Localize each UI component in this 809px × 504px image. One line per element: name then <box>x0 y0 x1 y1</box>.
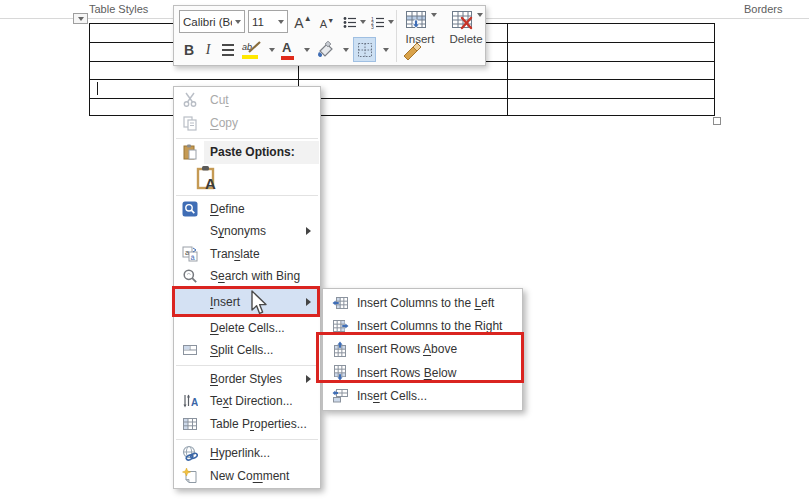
submenu-arrow-icon <box>306 298 311 306</box>
define-icon <box>181 200 199 218</box>
table-context-menu: Cut Copy Paste Options: A DefineSynonyms… <box>173 86 321 489</box>
format-painter-button[interactable] <box>399 38 425 62</box>
menu-separator <box>174 435 320 442</box>
context-menu-item-translate[interactable]: a â Translate <box>174 243 320 266</box>
insert-submenu: Insert Columns to the Left Insert Column… <box>322 288 523 411</box>
submenu-item-insert-cells[interactable]: Insert Cells... <box>323 385 522 408</box>
insert-columns-right-icon <box>331 317 349 335</box>
shading-button[interactable] <box>314 38 338 62</box>
text-direction-icon: A <box>181 392 199 410</box>
font-color-dropdown[interactable] <box>299 39 311 61</box>
menu-label-paste-options: Paste Options: <box>174 141 320 164</box>
numbering-button[interactable]: 123 <box>368 11 396 33</box>
font-color-button[interactable]: A <box>278 39 298 61</box>
context-menu-item-text-direction[interactable]: AText Direction... <box>174 390 320 413</box>
numbered-list-icon: 123 <box>371 16 385 29</box>
borders-icon <box>357 42 373 58</box>
ribbon-group-table-styles: Table Styles <box>89 3 148 15</box>
format-painter-icon <box>401 40 423 60</box>
paste-text-only-icon: A <box>196 165 220 194</box>
submenu-item-insert-columns-to-the-left[interactable]: Insert Columns to the Left <box>323 291 522 314</box>
highlight-icon: ab <box>242 41 260 59</box>
mouse-cursor-icon <box>250 290 268 316</box>
highlight-dropdown[interactable] <box>264 39 276 61</box>
grow-font-icon: A▲ <box>294 14 311 31</box>
insert-cells-icon <box>331 387 349 405</box>
svg-text:3: 3 <box>371 24 374 29</box>
chevron-down-icon <box>477 13 483 17</box>
chevron-down-icon <box>360 20 366 24</box>
context-menu-item-table-properties[interactable]: Table Properties... <box>174 413 320 436</box>
context-menu-item-search-with-bing[interactable]: Search with Bing <box>174 265 320 288</box>
submenu-arrow-icon <box>306 227 311 235</box>
paste-icon <box>181 143 199 161</box>
font-name-select[interactable]: Calibri (Bo <box>179 10 245 33</box>
insert-columns-left-icon <box>331 294 349 312</box>
shrink-font-button[interactable]: A▼ <box>316 12 338 34</box>
font-size-select[interactable]: 11 <box>248 10 288 33</box>
table-properties-icon <box>181 415 199 433</box>
context-menu-item-hyperlink[interactable]: Hyperlink... <box>174 442 320 465</box>
hyperlink-icon <box>181 444 199 462</box>
italic-button[interactable]: I <box>200 39 216 61</box>
translate-icon: a â <box>181 245 199 263</box>
table-styles-gallery-button[interactable] <box>73 13 88 24</box>
bold-button[interactable]: B <box>179 39 199 61</box>
chevron-down-icon <box>235 20 241 24</box>
search-bing-icon <box>181 267 199 285</box>
highlight-button[interactable]: ab <box>238 39 264 61</box>
bullet-list-icon <box>343 16 357 29</box>
context-menu-item-insert[interactable]: Insert <box>174 288 320 317</box>
context-menu-item-border-styles[interactable]: Border Styles <box>174 368 320 391</box>
ribbon-group-borders: Borders <box>744 3 783 15</box>
svg-text:A: A <box>191 397 198 408</box>
insert-rows-below-icon <box>331 364 349 382</box>
borders-dropdown[interactable] <box>378 39 390 61</box>
chevron-down-icon <box>78 17 84 21</box>
submenu-item-insert-columns-to-the-right[interactable]: Insert Columns to the Right <box>323 314 522 337</box>
insert-table-icon <box>404 9 428 30</box>
chevron-down-icon <box>431 13 437 17</box>
context-menu-item-define[interactable]: Define <box>174 198 320 221</box>
context-menu-item-delete-cells[interactable]: Delete Cells... <box>174 317 320 340</box>
context-menu-item-copy[interactable]: Copy <box>174 112 320 136</box>
svg-text:A: A <box>205 175 216 191</box>
align-justify-icon <box>222 44 234 46</box>
shading-dropdown[interactable] <box>338 39 350 61</box>
context-menu-item-split-cells[interactable]: Split Cells... <box>174 339 320 362</box>
paint-bucket-icon <box>316 41 336 60</box>
delete-table-icon <box>450 9 474 30</box>
borders-button[interactable] <box>353 37 376 62</box>
copy-icon <box>181 114 199 132</box>
context-menu-item-new-comment[interactable]: New Comment <box>174 465 320 488</box>
toolbar-divider <box>396 10 397 62</box>
split-cells-icon <box>181 341 199 359</box>
chevron-down-icon <box>383 48 389 52</box>
table-row-line <box>90 79 714 80</box>
scissors-icon <box>181 91 199 109</box>
text-cursor <box>97 82 98 95</box>
font-color-icon: A <box>281 41 295 60</box>
chevron-down-icon <box>304 48 310 52</box>
table-resize-handle[interactable] <box>713 117 721 125</box>
chevron-down-icon <box>388 20 394 24</box>
mini-toolbar: Calibri (Bo 11 A▲ A▼ 123 <box>173 5 486 66</box>
context-menu-item-cut[interactable]: Cut <box>174 88 320 112</box>
new-comment-icon <box>181 467 199 485</box>
word-document-screen: Table Styles Borders Calibri (Bo 11 A▲ A… <box>0 0 809 504</box>
chevron-down-icon <box>269 48 275 52</box>
submenu-item-insert-rows-above[interactable]: Insert Rows Above <box>323 338 522 361</box>
bullets-button[interactable] <box>340 11 368 33</box>
submenu-item-insert-rows-below[interactable]: Insert Rows Below <box>323 361 522 384</box>
delete-table-button[interactable]: Delete <box>444 9 488 64</box>
submenu-arrow-icon <box>306 375 311 383</box>
table-column-line <box>507 24 508 115</box>
chevron-down-icon <box>278 20 284 24</box>
paste-option-keep-text-only[interactable]: A <box>174 164 320 192</box>
shrink-font-icon: A▼ <box>320 17 334 30</box>
context-menu-item-synonyms[interactable]: Synonyms <box>174 220 320 243</box>
align-justify-button[interactable] <box>218 39 238 61</box>
chevron-down-icon <box>343 48 349 52</box>
grow-font-button[interactable]: A▲ <box>292 11 314 33</box>
insert-rows-above-icon <box>331 340 349 358</box>
